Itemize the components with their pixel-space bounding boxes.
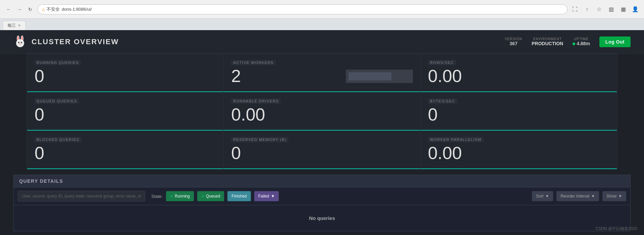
stat-label-runnable-drivers: RUNNABLE DRIVERS — [231, 98, 281, 104]
share-button[interactable]: ↑ — [582, 5, 592, 14]
version-label: VERSION — [505, 37, 522, 41]
forward-button[interactable]: → — [15, 5, 24, 14]
stat-card-runnable-drivers: RUNNABLE DRIVERS0.00 — [224, 92, 420, 131]
search-input[interactable] — [18, 191, 145, 202]
show-button[interactable]: Show ▼ — [602, 191, 626, 201]
bookmark-button[interactable]: ☆ — [594, 5, 604, 14]
state-label: State: — [151, 194, 163, 199]
stat-label-worker-parallelism: WORKER PARALLELISM — [428, 137, 484, 142]
screenshot-button[interactable]: ⛶ — [570, 5, 580, 14]
filter-queued-label: Queued — [206, 194, 220, 199]
logo-icon — [13, 35, 27, 49]
stat-value-rows-sec: 0.00 — [428, 67, 609, 85]
reorder-interval-button[interactable]: Reorder Interval ▼ — [556, 191, 599, 201]
stat-bar-worker-parallelism — [421, 168, 617, 169]
stat-card-active-workers: ACTIVE WORKERS2 — [224, 54, 420, 92]
svg-point-4 — [16, 39, 24, 47]
url-text: doris-1:8086/ui/ — [62, 7, 92, 12]
filter-failed-label: Failed — [258, 194, 269, 199]
stat-label-queued-queries: QUEUED QUERIES — [35, 98, 79, 104]
account-button[interactable]: 👤 — [631, 5, 640, 14]
stat-label-active-workers: ACTIVE WORKERS — [231, 60, 276, 65]
security-label: 不安全 — [47, 6, 60, 12]
stat-bar-bytes-sec — [421, 130, 617, 131]
sort-button[interactable]: Sort ▼ — [532, 191, 553, 201]
app-container: CLUSTER OVERVIEW VERSION 367 ENVIRONMENT… — [0, 30, 644, 235]
stat-bar-blocked-queries — [27, 168, 223, 169]
uptime-label: UPTIME — [574, 37, 589, 41]
workers-bar-visual — [346, 70, 413, 83]
stat-value-bytes-sec: 0 — [428, 106, 609, 123]
extensions-button[interactable]: ▨ — [606, 5, 616, 14]
show-dropdown-icon: ▼ — [618, 194, 622, 199]
stat-card-bytes-sec: BYTES/SEC0 — [421, 92, 617, 131]
stat-label-bytes-sec: BYTES/SEC — [428, 98, 457, 104]
query-details-toolbar: State: ✓ Running ✓ Queued Finished Faile… — [13, 187, 631, 205]
environment-value: PRODUCTION — [532, 41, 563, 46]
stat-bar-queued-queries — [27, 130, 223, 131]
stat-card-rows-sec: ROWS/SEC0.00 — [421, 54, 617, 92]
split-view-button[interactable]: ▦ — [619, 5, 628, 14]
stat-value-blocked-queries: 0 — [35, 144, 216, 162]
browser-nav-buttons: ← → ↻ — [4, 5, 35, 14]
uptime-value: 4.88m — [573, 41, 590, 46]
stat-bar-reserved-memory — [224, 168, 420, 169]
query-details-title: QUERY DETAILS — [19, 178, 63, 184]
query-details-section: QUERY DETAILS State: ✓ Running ✓ Queued … — [13, 175, 631, 231]
stat-value-worker-parallelism: 0.00 — [428, 144, 609, 162]
tab-close-icon[interactable]: ✕ — [18, 23, 21, 28]
browser-tab[interactable]: 组三 ✕ — [3, 21, 26, 30]
filter-finished-label: Finished — [231, 194, 247, 199]
version-meta: VERSION 367 — [505, 37, 522, 46]
filter-failed-button[interactable]: Failed ▼ — [254, 191, 279, 201]
browser-chrome: ← → ↻ △ 不安全 doris-1:8086/ui/ ⛶ ↑ ☆ ▨ ▦ 👤 — [0, 0, 644, 19]
show-label: Show — [606, 194, 616, 199]
version-value: 367 — [509, 41, 517, 46]
stat-label-rows-sec: ROWS/SEC — [428, 60, 456, 65]
stat-card-queued-queries: QUEUED QUERIES0 — [27, 92, 223, 131]
stat-value-running-queries: 0 — [35, 67, 216, 85]
logout-button[interactable]: Log Out — [599, 36, 631, 47]
stat-bar-active-workers — [224, 91, 420, 92]
no-queries-text: No queries — [309, 215, 335, 221]
svg-point-6 — [21, 42, 22, 43]
stat-value-runnable-drivers: 0.00 — [231, 106, 413, 123]
stats-grid: RUNNING QUERIES0ACTIVE WORKERS2ROWS/SEC0… — [27, 54, 617, 169]
failed-dropdown-icon: ▼ — [271, 194, 275, 199]
filter-running-button[interactable]: ✓ Running — [166, 191, 194, 201]
stat-bar-rows-sec — [421, 91, 617, 92]
no-queries-message: No queries — [13, 205, 631, 231]
security-indicator: △ — [42, 7, 45, 11]
sort-label: Sort — [536, 194, 543, 199]
filter-queued-button[interactable]: ✓ Queued — [197, 191, 224, 201]
stats-section: RUNNING QUERIES0ACTIVE WORKERS2ROWS/SEC0… — [13, 54, 631, 169]
uptime-meta: UPTIME 4.88m — [573, 37, 590, 46]
reload-button[interactable]: ↻ — [25, 5, 35, 14]
environment-label: ENVIRONMENT — [533, 37, 562, 41]
environment-meta: ENVIRONMENT PRODUCTION — [532, 37, 563, 46]
stat-card-blocked-queries: BLOCKED QUERIES0 — [27, 131, 223, 169]
stat-label-blocked-queries: BLOCKED QUERIES — [35, 137, 82, 142]
running-check-icon: ✓ — [170, 194, 173, 199]
stat-card-worker-parallelism: WORKER PARALLELISM0.00 — [421, 131, 617, 169]
cluster-title: CLUSTER OVERVIEW — [32, 37, 119, 46]
stat-value-queued-queries: 0 — [35, 106, 216, 123]
header-meta: VERSION 367 ENVIRONMENT PRODUCTION UPTIM… — [505, 36, 631, 47]
stat-card-reserved-memory: RESERVED MEMORY (B)0 — [224, 131, 420, 169]
tab-bar: 组三 ✕ — [0, 19, 644, 30]
app-header: CLUSTER OVERVIEW VERSION 367 ENVIRONMENT… — [0, 30, 644, 54]
svg-point-7 — [19, 44, 21, 45]
watermark: CSDN @不以物喜2020 — [596, 226, 637, 232]
address-bar[interactable]: △ 不安全 doris-1:8086/ui/ — [38, 4, 568, 14]
stat-label-running-queries: RUNNING QUERIES — [35, 60, 81, 65]
sort-dropdown-icon: ▼ — [545, 194, 549, 199]
back-button[interactable]: ← — [4, 5, 13, 14]
workers-bar-fill — [348, 72, 392, 80]
filter-running-label: Running — [175, 194, 190, 199]
stat-card-running-queries: RUNNING QUERIES0 — [27, 54, 223, 92]
stat-value-reserved-memory: 0 — [231, 144, 413, 162]
logo-area: CLUSTER OVERVIEW — [13, 35, 505, 49]
stat-bar-running-queries — [27, 91, 223, 92]
queued-check-icon: ✓ — [201, 194, 204, 199]
filter-finished-button[interactable]: Finished — [227, 191, 251, 201]
